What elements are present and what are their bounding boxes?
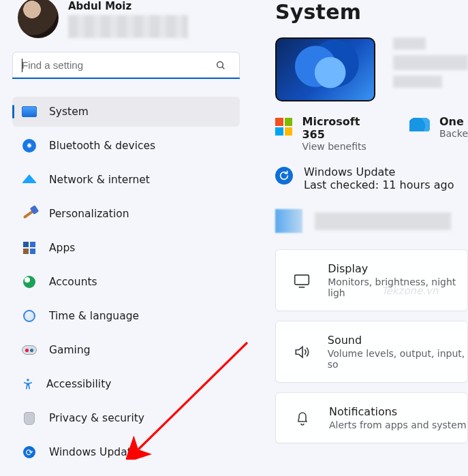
nav-item-windows-update[interactable]: ⟳ Windows Update	[12, 437, 240, 467]
blurred-bar	[315, 212, 451, 230]
page-title: System	[275, 0, 468, 24]
settings-sidebar: Abdul Moiz System ⁕ Bluetooth & devices …	[0, 0, 252, 476]
apps-icon	[22, 240, 37, 255]
main-content: System Microsoft 365 View benefits One B…	[275, 0, 468, 476]
desktop-thumbnail[interactable]	[275, 37, 375, 101]
profile-subtext-blurred	[68, 15, 188, 38]
nav-label: Bluetooth & devices	[49, 140, 155, 152]
nav-label: Time & language	[49, 310, 139, 322]
service-title: Windows Update	[304, 165, 454, 178]
avatar	[18, 0, 59, 38]
profile-block[interactable]: Abdul Moiz	[12, 0, 240, 52]
nav-label: Network & internet	[49, 174, 150, 186]
nav-label: Personalization	[49, 208, 129, 220]
nav-item-bluetooth[interactable]: ⁕ Bluetooth & devices	[12, 131, 240, 161]
shield-icon	[22, 411, 37, 426]
card-title: Sound	[328, 334, 467, 347]
nav-label: Apps	[49, 242, 75, 254]
system-icon	[22, 104, 37, 119]
nav-label: Gaming	[49, 344, 91, 356]
card-subtitle: Alerts from apps and system	[329, 419, 467, 430]
clock-globe-icon	[22, 308, 37, 323]
svg-rect-3	[295, 274, 309, 284]
accessibility-icon	[22, 377, 34, 391]
nav-item-time-language[interactable]: Time & language	[12, 301, 240, 331]
nav-item-personalization[interactable]: Personalization	[12, 199, 240, 229]
blurred-square	[275, 209, 302, 233]
sound-icon	[292, 343, 311, 361]
nav-item-accounts[interactable]: Accounts	[12, 267, 240, 297]
search-wrap	[12, 52, 240, 79]
nav-item-gaming[interactable]: Gaming	[12, 335, 240, 365]
service-title: One	[439, 115, 468, 128]
display-icon	[292, 272, 311, 289]
service-subtitle: Backe	[439, 128, 468, 139]
svg-marker-5	[296, 347, 302, 357]
service-ms365[interactable]: Microsoft 365 View benefits	[275, 115, 385, 152]
services-row: Microsoft 365 View benefits One Backe	[275, 115, 468, 152]
svg-line-1	[222, 67, 224, 69]
card-title: Display	[328, 262, 467, 275]
search-input[interactable]	[12, 52, 240, 79]
account-icon	[22, 274, 37, 289]
wifi-icon	[22, 172, 37, 187]
text-caret	[22, 59, 22, 72]
device-info-blurred	[393, 37, 468, 93]
card-notifications[interactable]: Notifications Alerts from apps and syste…	[275, 392, 468, 443]
service-subtitle: View benefits	[302, 141, 384, 152]
card-subtitle: Volume levels, output, input, so	[328, 348, 467, 370]
profile-text: Abdul Moiz	[68, 0, 188, 38]
device-hero-row	[275, 37, 468, 101]
nav-label: Accounts	[49, 276, 97, 288]
bell-icon	[292, 410, 313, 426]
windows-update-icon: ⟳	[22, 445, 37, 460]
service-title: Microsoft 365	[302, 115, 384, 141]
onedrive-icon	[409, 118, 430, 131]
svg-point-0	[217, 62, 223, 68]
search-icon	[215, 60, 226, 71]
nav-item-privacy[interactable]: Privacy & security	[12, 403, 240, 433]
nav-label: Accessibility	[46, 378, 111, 390]
nav-item-apps[interactable]: Apps	[12, 233, 240, 263]
nav-label: Windows Update	[49, 446, 138, 458]
card-subtitle: Monitors, brightness, night ligh	[328, 276, 467, 298]
nav-item-network[interactable]: Network & internet	[12, 165, 240, 195]
service-windows-update[interactable]: Windows Update Last checked: 11 hours ag…	[275, 165, 468, 191]
nav-list: System ⁕ Bluetooth & devices Network & i…	[12, 97, 240, 471]
gamepad-icon	[22, 343, 37, 358]
profile-name: Abdul Moiz	[68, 0, 188, 12]
windows-update-icon	[275, 167, 293, 185]
nav-label: System	[49, 106, 89, 118]
nav-item-system[interactable]: System	[12, 97, 240, 127]
nav-item-accessibility[interactable]: Accessibility	[12, 369, 240, 399]
card-display[interactable]: Display Monitors, brightness, night ligh	[275, 249, 468, 311]
service-subtitle: Last checked: 11 hours ago	[304, 178, 454, 191]
nav-label: Privacy & security	[49, 412, 144, 424]
brush-icon	[22, 206, 37, 221]
bluetooth-icon: ⁕	[22, 138, 37, 153]
settings-card-list: Display Monitors, brightness, night ligh…	[275, 249, 468, 443]
card-sound[interactable]: Sound Volume levels, output, input, so	[275, 321, 468, 383]
svg-point-2	[27, 379, 29, 381]
card-title: Notifications	[329, 405, 467, 418]
microsoft-365-icon	[275, 118, 292, 136]
blurred-info-row	[275, 209, 468, 233]
service-onedrive[interactable]: One Backe	[409, 115, 468, 152]
